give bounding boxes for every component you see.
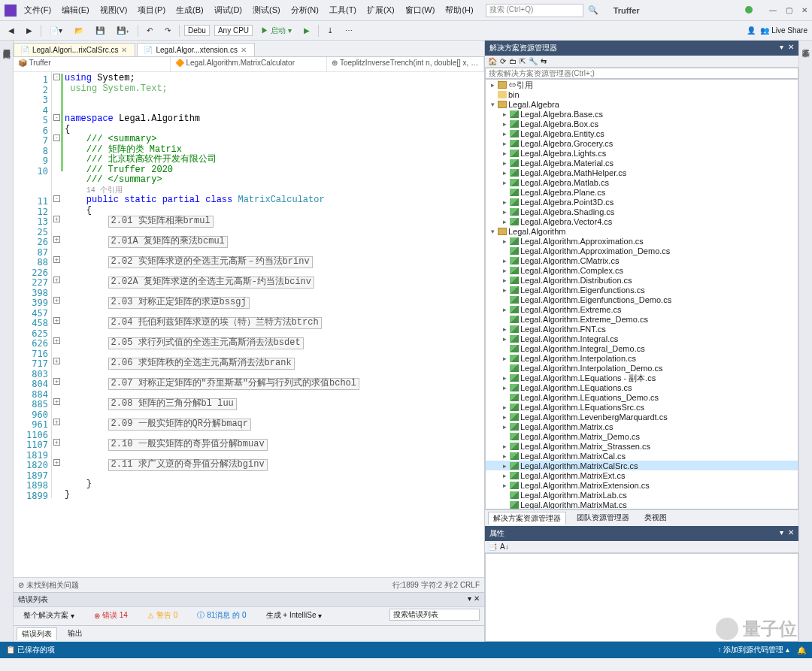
issues-indicator[interactable]: ⊘ 未找到相关问题 — [18, 580, 79, 591]
menu-item[interactable]: 文件(F) — [20, 3, 56, 17]
categorized-icon[interactable]: 📑 — [488, 543, 497, 551]
menu-item[interactable]: 项目(P) — [133, 3, 170, 17]
tree-node[interactable]: Legal.Algorithm.MatrixMat.cs — [486, 500, 798, 509]
start-nodbg-button[interactable]: ▶ — [300, 24, 314, 37]
menu-item[interactable]: 编辑(E) — [57, 3, 94, 17]
save-button[interactable]: 💾 — [92, 24, 108, 37]
open-button[interactable]: 📂 — [71, 24, 87, 37]
tree-node[interactable]: ▸Legal.Algebra.Material.cs — [486, 158, 798, 168]
tree-node[interactable]: ▸Legal.Algebra.Box.cs — [486, 119, 798, 128]
sync-icon[interactable]: ⇆ — [541, 57, 547, 65]
code-editor[interactable]: 1234567891011121325268788226227398399457… — [14, 72, 484, 577]
alpha-icon[interactable]: A↓ — [500, 543, 509, 551]
errorlist-search[interactable]: 搜索错误列表 — [389, 609, 480, 621]
tree-node[interactable]: ▸Legal.Algorithm.LEquations - 副本.cs — [486, 373, 798, 382]
quick-search-input[interactable]: 搜索 (Ctrl+Q) — [486, 4, 583, 17]
step-icon[interactable]: ⤓ — [323, 24, 337, 37]
config-dropdown[interactable]: Debu — [184, 25, 210, 36]
tree-node[interactable]: ▸Legal.Algorithm.Matrix.cs — [486, 422, 798, 431]
menu-item[interactable]: 扩展(X) — [362, 3, 399, 17]
tree-node[interactable]: ▸Legal.Algorithm.Extreme.cs — [486, 304, 798, 314]
saveall-button[interactable]: 💾₊ — [113, 24, 133, 37]
document-tab[interactable]: 📄Legal.Algori...rixCalSrc.cs✕ — [14, 43, 135, 56]
tree-node[interactable]: Legal.Algorithm.LEquations_Demo.cs — [486, 392, 798, 402]
refresh-icon[interactable]: ⟳ — [500, 57, 506, 65]
tree-node[interactable]: Legal.Algorithm.Integral_Demo.cs — [486, 343, 798, 353]
tabstrip-item[interactable]: 团队资源管理器 — [572, 512, 634, 524]
tree-node[interactable]: Legal.Algorithm.MatrixLab.cs — [486, 490, 798, 500]
tree-node[interactable]: ▸Legal.Algebra.Vector4.cs — [486, 216, 798, 226]
tree-node[interactable]: ▸Legal.Algebra.Lights.cs — [486, 148, 798, 158]
close-button[interactable]: ✕ — [801, 6, 807, 14]
tree-node[interactable]: ▸Legal.Algebra.Entity.cs — [486, 128, 798, 138]
tree-node[interactable]: ▸Legal.Algorithm.LevenbergMarquardt.cs — [486, 412, 798, 422]
tree-node[interactable]: ▸Legal.Algebra.Matlab.cs — [486, 177, 798, 187]
nav-class[interactable]: 🔶 Legal.Algorithm.MatrixCalculator — [171, 57, 328, 71]
menu-item[interactable]: 调试(D) — [210, 3, 247, 17]
tree-node[interactable]: ▸Legal.Algorithm.Integral.cs — [486, 334, 798, 343]
tabstrip-item[interactable]: 错误列表 — [17, 627, 57, 640]
errors-filter[interactable]: ⊗ 错误 14 — [89, 609, 133, 622]
right-toolwindow-gutter[interactable]: 诊断工具 — [798, 41, 812, 642]
tree-node[interactable]: ▸Legal.Algorithm.MatrixExt.cs — [486, 470, 798, 480]
undo-button[interactable]: ↶ — [143, 24, 156, 37]
left-toolwindow-gutter[interactable]: 服务器资源管理器 工具箱 — [0, 41, 14, 642]
menu-item[interactable]: 生成(B) — [171, 3, 208, 17]
tree-node[interactable]: ▸Legal.Algebra.Base.cs — [486, 109, 798, 119]
properties-icon[interactable]: 🔧 — [529, 57, 538, 65]
tree-node[interactable]: ▸Legal.Algorithm.MatrixCal.cs — [486, 451, 798, 461]
menu-item[interactable]: 窗口(W) — [401, 3, 440, 17]
properties-grid[interactable] — [485, 553, 798, 642]
more-icon[interactable]: ⋯ — [341, 24, 356, 37]
redo-button[interactable]: ↷ — [161, 24, 174, 37]
scope-dropdown[interactable]: 整个解决方案 ▾ — [18, 609, 80, 622]
tree-node[interactable]: ▸Legal.Algebra.MathHelper.cs — [486, 168, 798, 177]
tree-node[interactable]: ▸Legal.Algorithm.Distribution.cs — [486, 275, 798, 285]
tree-node[interactable]: ▸Legal.Algorithm.LEquationsSrc.cs — [486, 402, 798, 412]
menu-item[interactable]: 视图(V) — [95, 3, 132, 17]
solution-search-input[interactable] — [485, 68, 798, 79]
tree-node[interactable]: ▸Legal.Algorithm.MatrixCalSrc.cs — [486, 461, 798, 470]
tab-close-icon[interactable]: ✕ — [121, 46, 127, 54]
tree-node[interactable]: Legal.Algorithm.Approximation_Demo.cs — [486, 246, 798, 255]
tree-node[interactable]: Legal.Algorithm.Matrix_Demo.cs — [486, 431, 798, 441]
warnings-filter[interactable]: ⚠ 警告 0 — [142, 609, 183, 622]
menu-item[interactable]: 分析(N) — [286, 3, 323, 17]
nav-fwd-button[interactable]: ▶ — [23, 24, 36, 37]
tree-node[interactable]: ▾Legal.Algebra — [486, 99, 798, 109]
search-icon[interactable]: 🔍 — [588, 5, 598, 15]
tabstrip-item[interactable]: 输出 — [63, 627, 87, 640]
tree-node[interactable]: Legal.Algorithm.Extreme_Demo.cs — [486, 314, 798, 324]
tree-node[interactable]: ▸Legal.Algorithm.Complex.cs — [486, 265, 798, 275]
source-control-button[interactable]: ↑ 添加到源代码管理 ▴ — [717, 645, 789, 655]
tree-node[interactable]: ▸Legal.Algorithm.Interpolation.cs — [486, 353, 798, 363]
account-avatar-icon[interactable]: 👤 — [747, 26, 756, 35]
nav-back-button[interactable]: ◀ — [5, 24, 18, 37]
showall-icon[interactable]: 🗀 — [509, 57, 517, 65]
tab-close-icon[interactable]: ✕ — [241, 46, 247, 54]
document-tab[interactable]: 📄Legal.Algor...xtension.cs✕ — [137, 43, 254, 56]
minimize-button[interactable]: — — [769, 6, 777, 14]
liveshare-button[interactable]: 👥 Live Share — [760, 26, 807, 35]
panel-dropdown-icon[interactable]: ▾ — [780, 43, 783, 53]
tree-node[interactable]: ▸⇔引用 — [486, 80, 798, 89]
new-button[interactable]: 📄▾ — [46, 24, 66, 37]
tree-node[interactable]: bin — [486, 89, 798, 99]
tree-node[interactable]: ▸Legal.Algebra.Grocery.cs — [486, 138, 798, 148]
solution-tree[interactable]: ▸⇔引用 bin▾Legal.Algebra▸Legal.Algebra.Bas… — [485, 79, 798, 509]
build-filter[interactable]: 生成 + IntelliSe ▾ — [261, 609, 328, 622]
panel-close-icon[interactable]: ✕ — [788, 43, 794, 53]
tree-node[interactable]: ▸Legal.Algebra.Point3D.cs — [486, 197, 798, 207]
home-icon[interactable]: 🏠 — [488, 57, 497, 65]
tree-node[interactable]: ▸Legal.Algorithm.Approximation.cs — [486, 236, 798, 246]
tree-node[interactable]: ▸Legal.Algorithm.LEquations.cs — [486, 382, 798, 392]
platform-dropdown[interactable]: Any CPU — [214, 25, 253, 36]
tree-node[interactable]: Legal.Algorithm.Interpolation_Demo.cs — [486, 363, 798, 373]
messages-filter[interactable]: ⓘ 81消息 的 0 — [192, 609, 251, 622]
tree-node[interactable]: ▸Legal.Algorithm.Eigenfunctions.cs — [486, 285, 798, 295]
tree-node[interactable]: ▸Legal.Algorithm.Matrix_Strassen.cs — [486, 441, 798, 451]
menu-item[interactable]: 测试(S) — [248, 3, 285, 17]
tabstrip-item[interactable]: 解决方案资源管理器 — [488, 512, 566, 524]
notifications-icon[interactable]: 🔔 — [797, 646, 806, 654]
tabstrip-item[interactable]: 类视图 — [640, 512, 671, 524]
